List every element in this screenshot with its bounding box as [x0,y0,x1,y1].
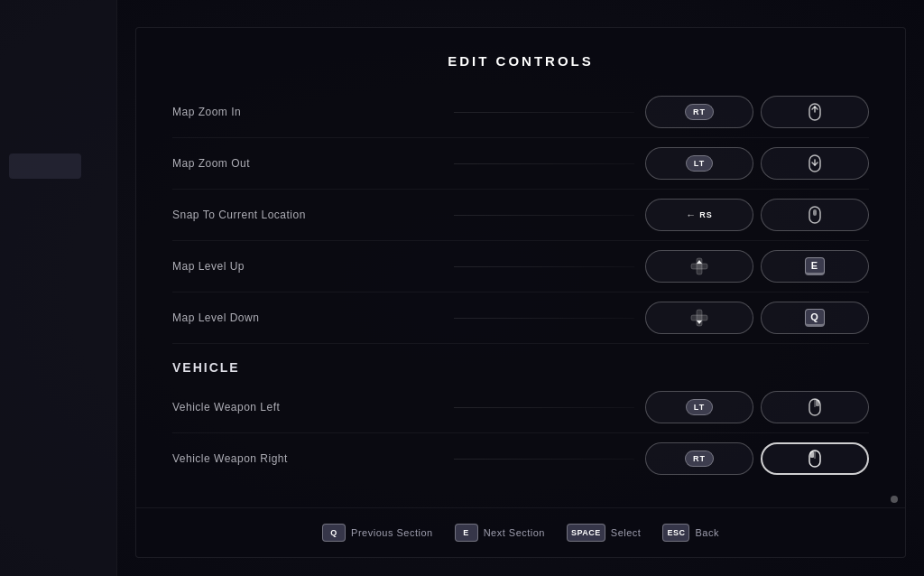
prev-section-label: Previous Section [351,527,433,538]
svg-rect-17 [810,451,814,458]
divider-line [454,318,634,319]
dpad-up-icon [690,257,708,275]
svg-rect-14 [816,400,819,406]
back-label: Back [695,527,718,538]
page-title: EDIT CONTROLS [136,28,905,87]
control-row: Map Zoom Out LT [172,138,869,190]
gamepad-button-rt: RT [685,451,714,467]
gamepad-binding[interactable]: RT [645,96,753,128]
controls-list: Map Zoom In RT [136,87,905,484]
keyboard-binding[interactable] [761,391,869,423]
bottom-action-prev: Q Previous Section [322,524,433,542]
divider-line [454,215,634,216]
sidebar-item-hint [9,153,81,179]
key-q-icon: Q [805,309,825,327]
key-e-label: E [455,524,478,542]
scroll-indicator [891,496,898,503]
bottom-bar: Q Previous Section E Next Section SPACE … [136,507,905,557]
gamepad-binding[interactable]: LT [645,147,753,180]
mouse-right-icon [808,398,821,416]
gamepad-button-lt: LT [686,399,713,415]
keyboard-binding[interactable]: E [761,250,869,283]
control-bindings: RT [645,442,869,475]
mouse-left-icon [808,450,821,468]
control-bindings: LT [645,391,869,423]
sidebar-panel [0,0,117,576]
control-row: Vehicle Weapon Left LT [172,382,869,433]
svg-rect-5 [813,209,817,216]
next-section-label: Next Section [484,527,545,538]
divider-line [454,112,634,113]
control-bindings: E [645,250,869,283]
key-q-label: Q [322,524,346,542]
divider-line [454,266,634,267]
mouse-scroll-up-icon [808,103,821,121]
keyboard-binding[interactable] [761,147,869,180]
control-label: Map Zoom In [172,106,443,118]
control-label: Vehicle Weapon Left [172,401,443,413]
divider-line [454,163,634,164]
section-heading-vehicle: VEHICLE [172,344,869,382]
bottom-action-back: ESC Back [662,524,718,542]
control-bindings: RT [645,96,869,128]
key-esc-label: ESC [662,524,689,542]
key-e-icon: E [805,257,825,275]
bottom-action-select: SPACE Select [567,524,641,542]
keyboard-binding-highlighted[interactable] [761,442,869,475]
control-row: Vehicle Weapon Right RT [172,433,869,484]
gamepad-binding[interactable]: ← RS [645,199,753,231]
gamepad-binding[interactable] [645,302,753,334]
control-label: Map Level Up [172,260,443,273]
keyboard-binding[interactable] [761,199,869,231]
dpad-down-icon [690,309,708,327]
select-label: Select [611,527,642,538]
control-bindings: Q [645,302,869,334]
control-label: Snap To Current Location [172,209,443,221]
gamepad-button-rs: ← RS [686,209,713,220]
svg-rect-10 [691,315,707,321]
gamepad-button-rt: RT [685,104,714,120]
svg-rect-7 [691,264,707,269]
control-bindings: ← RS [645,199,869,231]
gamepad-button-lt: LT [686,155,713,172]
control-bindings: LT [645,147,869,180]
keyboard-binding[interactable]: Q [761,302,869,334]
gamepad-binding[interactable]: RT [645,442,753,475]
control-row: Snap To Current Location ← RS [172,190,869,241]
control-label: Map Zoom Out [172,157,443,170]
control-row: Map Level Down Q [172,293,869,344]
bottom-action-next: E Next Section [455,524,545,542]
divider-line [454,459,634,460]
control-label: Vehicle Weapon Right [172,452,443,465]
key-space-label: SPACE [567,524,605,542]
keyboard-binding[interactable] [761,96,869,128]
control-label: Map Level Down [172,311,443,324]
gamepad-binding[interactable]: LT [645,391,753,423]
control-row: Map Level Up E [172,241,869,293]
control-row: Map Zoom In RT [172,87,869,138]
divider-line [454,407,634,408]
gamepad-binding[interactable] [645,250,753,283]
main-panel: EDIT CONTROLS Map Zoom In RT [135,27,906,558]
mouse-scroll-down-icon [808,154,821,172]
mouse-middle-icon [808,206,821,224]
